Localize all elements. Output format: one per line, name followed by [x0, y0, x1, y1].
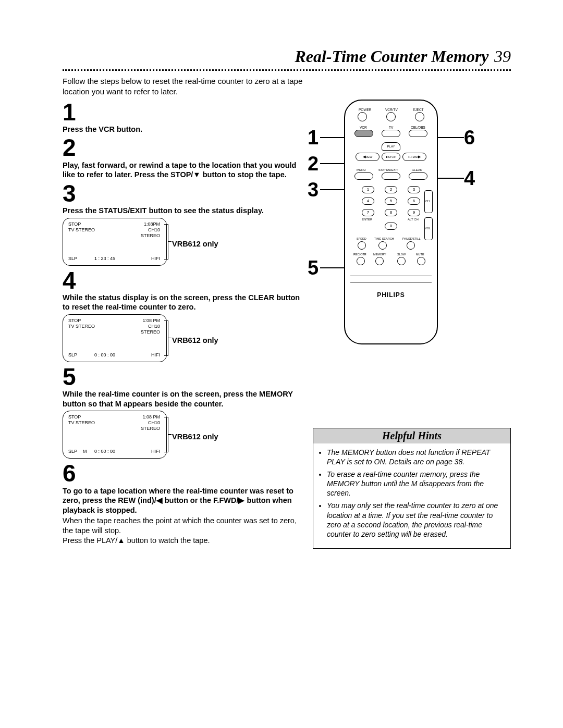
label-cbldbs: CBL/DBS [411, 126, 425, 129]
osd1-hifi: HIFI [151, 256, 160, 261]
osd1-ch: CH10 [148, 227, 160, 232]
page-number: 39 [494, 47, 511, 66]
label-power: POWER [359, 108, 372, 112]
power-button[interactable] [358, 112, 367, 121]
osd1-stop: STOP [68, 221, 81, 227]
step-6-number: 6 [63, 461, 302, 486]
eject-button[interactable] [415, 112, 424, 121]
memory-button[interactable] [375, 257, 384, 265]
bracket-3-stem [168, 434, 172, 435]
hint-item-2: To erase a real-time counter memory, pre… [327, 470, 505, 498]
label-statusexit: STATUS/EXIT [378, 168, 398, 171]
step-4-number: 4 [63, 268, 302, 293]
label-altch: ALT CH [408, 218, 419, 221]
osd2-slp: SLP [68, 352, 77, 357]
key-6[interactable]: 6 [408, 198, 420, 205]
vcr-button[interactable] [354, 130, 373, 137]
callout-4: 4 [464, 167, 475, 190]
osd3-stop: STOP [68, 414, 81, 419]
step-1-text: Press the VCR button. [63, 125, 302, 134]
page-title: Real-Time Counter Memory [295, 47, 488, 66]
step-1-number: 1 [63, 100, 302, 125]
callout-3: 3 [308, 179, 319, 201]
key-5[interactable]: 5 [385, 198, 397, 205]
key-3[interactable]: 3 [408, 186, 420, 193]
osd3-label: VRB612 only [172, 433, 218, 441]
bracket-2 [164, 320, 168, 356]
osd3-m: M [83, 449, 87, 454]
callout-1: 1 [308, 127, 319, 149]
helpful-hints-box: Helpful Hints The MEMORY button does not… [313, 428, 511, 549]
clear-button[interactable] [409, 172, 427, 180]
label-vol: VOL [425, 227, 431, 230]
hint-item-1: The MEMORY button does not function if R… [327, 448, 505, 466]
label-vcrtv: VCR/TV [385, 108, 398, 112]
key-8[interactable]: 8 [385, 209, 397, 216]
remote-outline: POWER VCR/TV EJECT VCR TV CBL/DBS [344, 100, 438, 344]
label-memory: MEMORY [373, 253, 386, 256]
step-2-number: 2 [63, 135, 302, 160]
label-timesearch: TIME SEARCH [374, 237, 394, 240]
osd2-stop: STOP [68, 318, 81, 323]
page-header: Real-Time Counter Memory 39 [63, 47, 511, 66]
mute-button[interactable] [417, 257, 425, 265]
brand-logo: PHILIPS [377, 291, 405, 299]
key-9[interactable]: 9 [408, 209, 420, 216]
osd3-ch: CH10 [148, 420, 160, 425]
key-1[interactable]: 1 [362, 186, 374, 193]
stop-button[interactable]: ■STOP [382, 153, 400, 161]
osd-display-2: STOP 1:08 PM TV STEREO CH10 STEREO SLP 0… [63, 314, 302, 362]
rew-button[interactable]: ◀REW [356, 153, 380, 161]
hint-item-3: You may only set the real-time counter t… [327, 501, 505, 539]
osd1-label: VRB612 only [172, 240, 218, 248]
osd-display-1: STOP 1:08PM TV STEREO CH10 STEREO SLP 1 … [63, 218, 302, 266]
label-tv: TV [389, 126, 393, 129]
panel-line-top [350, 276, 432, 276]
osd2-ch: CH10 [148, 324, 160, 329]
step-2-text: Play, fast forward, or rewind a tape to … [63, 161, 302, 180]
label-recotr: REC/OTR [353, 253, 366, 256]
label-ch: CH [425, 200, 430, 203]
step-6-follow-a: When the tape reaches the point at which… [63, 516, 302, 536]
label-vcr: VCR [360, 126, 367, 129]
osd2-tvstereo: TV STEREO [68, 324, 95, 329]
step-6-text: To go to a tape location where the real-… [63, 486, 302, 515]
recotr-button[interactable] [357, 257, 365, 265]
osd1-tvstereo: TV STEREO [68, 227, 95, 232]
rew-label: REW [365, 155, 373, 158]
timesearch-button[interactable] [378, 241, 387, 250]
speed-button[interactable] [358, 241, 366, 250]
callout-5: 5 [308, 257, 319, 279]
menu-button[interactable] [354, 172, 373, 180]
osd2-stereo: STEREO [141, 329, 160, 335]
label-slow: SLOW [397, 253, 406, 256]
key-0[interactable]: 0 [385, 223, 397, 230]
vcrtv-button[interactable] [386, 112, 396, 121]
hints-title: Helpful Hints [313, 428, 510, 443]
key-7[interactable]: 7 [362, 209, 374, 216]
key-4[interactable]: 4 [362, 198, 374, 205]
key-2[interactable]: 2 [385, 186, 397, 193]
bracket-3 [164, 417, 168, 452]
osd3-stereo: STEREO [141, 426, 160, 431]
step-5-text: While the real-time counter is on the sc… [63, 389, 302, 409]
cbldbs-button[interactable] [409, 130, 427, 137]
statusexit-button[interactable] [382, 172, 400, 180]
osd1-counter: 1 : 23 : 45 [94, 256, 115, 261]
label-pausestill: PAUSE/STILL [402, 237, 420, 240]
pausestill-button[interactable] [407, 241, 415, 250]
step-4-text: While the status display is on the scree… [63, 293, 302, 312]
osd-display-3: STOP 1:08 PM TV STEREO CH10 STEREO SLP M… [63, 411, 302, 459]
manual-page: Real-Time Counter Memory 39 Follow the s… [0, 0, 563, 728]
osd3-counter: 0 : 00 : 00 [94, 449, 115, 454]
osd1-time: 1:08PM [144, 221, 160, 227]
ffwd-button[interactable]: F.FWD▶ [402, 153, 426, 161]
bracket-1-stem [168, 241, 172, 242]
slow-button[interactable] [397, 257, 406, 265]
step-3-number: 3 [63, 181, 302, 206]
osd3-time: 1:08 PM [142, 414, 160, 419]
osd2-time: 1:08 PM [142, 318, 160, 323]
tv-button[interactable] [382, 130, 400, 137]
play-button[interactable]: PLAY [382, 142, 400, 151]
callout-2: 2 [308, 153, 319, 175]
